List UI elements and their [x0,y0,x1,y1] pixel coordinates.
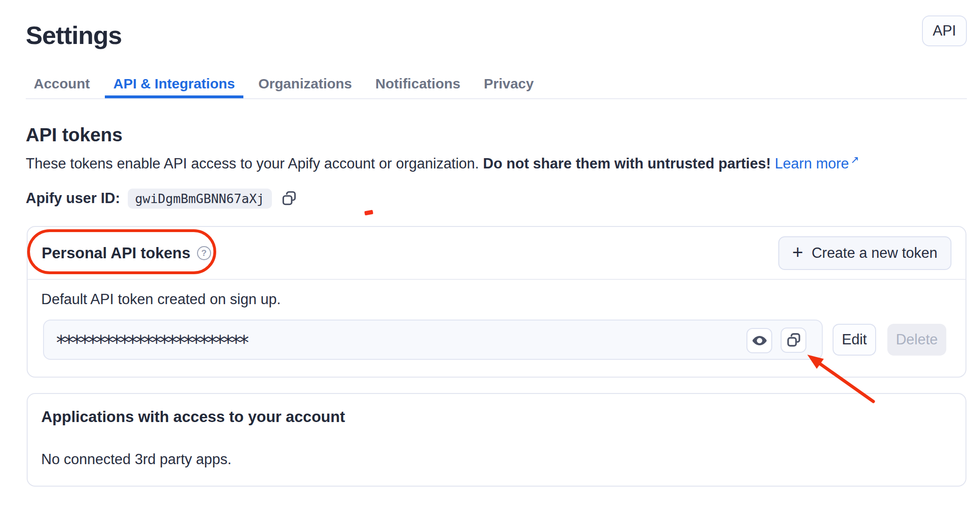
token-masked-input[interactable]: ************************ [43,320,823,360]
user-id-value: gwiDgmBmGBNN67aXj [128,189,272,209]
copy-user-id-button[interactable] [279,189,299,208]
external-link-icon: ↗ [850,154,859,166]
applications-card [27,393,966,487]
settings-page: Settings API Account API & Integrations … [0,0,980,510]
api-tokens-description: These tokens enable API access to your A… [26,151,859,173]
api-tokens-heading: API tokens [26,124,123,146]
question-circle-icon[interactable]: ? [197,246,211,260]
reveal-token-button[interactable] [746,328,772,353]
annotation-dash [364,210,373,216]
copy-token-button[interactable] [781,328,806,353]
copy-icon [786,332,802,348]
personal-tokens-header: Personal API tokens ? + Create a new tok… [28,227,965,280]
user-id-label: Apify user ID: [26,190,120,207]
description-warning: Do not share them with untrusted parties… [483,155,771,172]
user-id-row: Apify user ID: gwiDgmBmGBNN67aXj [26,187,299,210]
personal-tokens-title-text: Personal API tokens [42,244,190,262]
personal-tokens-title: Personal API tokens ? [42,244,211,262]
description-text: These tokens enable API access to your A… [26,155,483,172]
tab-bar: Account API & Integrations Organizations… [25,74,542,98]
token-note: Default API token created on sign up. [41,290,281,309]
tab-organizations[interactable]: Organizations [250,74,360,98]
tab-account[interactable]: Account [25,74,98,98]
copy-icon [281,190,298,207]
api-reference-button[interactable]: API [922,15,967,46]
tab-privacy[interactable]: Privacy [475,74,542,98]
edit-token-button[interactable]: Edit [833,324,876,356]
create-new-token-label: Create a new token [812,245,937,262]
tab-api-integrations[interactable]: API & Integrations [105,74,243,98]
applications-title: Applications with access to your account [41,408,345,426]
learn-more-link[interactable]: Learn more [771,155,849,172]
applications-empty-text: No connected 3rd party apps. [41,450,232,469]
create-new-token-button[interactable]: + Create a new token [778,236,951,270]
page-title: Settings [26,22,122,49]
masked-token-value: ************************ [56,331,247,354]
delete-token-button[interactable]: Delete [887,324,946,356]
eye-icon [752,333,768,349]
plus-icon: + [792,243,803,262]
tabs-divider [26,98,967,99]
tab-notifications[interactable]: Notifications [367,74,469,98]
